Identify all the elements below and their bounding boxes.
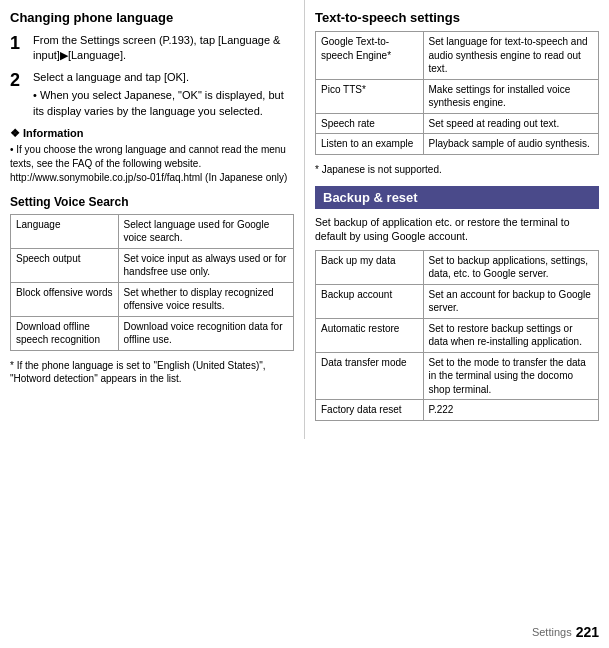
table-cell-value: Set to restore backup settings or data w… — [423, 318, 598, 352]
step-1-number: 1 — [10, 33, 28, 64]
table-cell-key: Factory data reset — [316, 400, 424, 421]
table-cell-key: Block offensive words — [11, 282, 119, 316]
step-1: 1 From the Settings screen (P.193), tap … — [10, 33, 294, 64]
backup-header: Backup & reset — [315, 186, 599, 209]
info-title: Information — [10, 127, 294, 140]
table-cell-key: Listen to an example — [316, 134, 424, 155]
table-row: Listen to an examplePlayback sample of a… — [316, 134, 599, 155]
table-row: Speech rateSet speed at reading out text… — [316, 113, 599, 134]
table-cell-value: Set whether to display recognized offens… — [118, 282, 293, 316]
right-column: Text-to-speech settings Google Text-to-s… — [305, 0, 609, 439]
footer-number: 221 — [576, 624, 599, 640]
table-cell-value: Set language for text-to-speech and audi… — [423, 32, 598, 80]
table-row: Back up my dataSet to backup application… — [316, 250, 599, 284]
table-row: Data transfer modeSet to the mode to tra… — [316, 352, 599, 400]
table-cell-value: Set an account for backup to Google serv… — [423, 284, 598, 318]
table-cell-value: P.222 — [423, 400, 598, 421]
step-1-text: From the Settings screen (P.193), tap [L… — [33, 33, 294, 64]
table-cell-key: Speech output — [11, 248, 119, 282]
step-2-text: Select a language and tap [OK]. — [33, 70, 294, 85]
table-cell-value: Set to backup applications, settings, da… — [423, 250, 598, 284]
table-cell-key: Google Text-to-speech Engine* — [316, 32, 424, 80]
table-row: Pico TTS*Make settings for installed voi… — [316, 79, 599, 113]
table-row: Speech outputSet voice input as always u… — [11, 248, 294, 282]
table-row: Download offline speech recognitionDownl… — [11, 316, 294, 350]
table-cell-key: Data transfer mode — [316, 352, 424, 400]
table-row: Automatic restoreSet to restore backup s… — [316, 318, 599, 352]
voice-search-table: LanguageSelect language used for Google … — [10, 214, 294, 351]
table-row: Block offensive wordsSet whether to disp… — [11, 282, 294, 316]
tts-title: Text-to-speech settings — [315, 10, 599, 25]
footer-label: Settings — [532, 626, 572, 638]
table-cell-value: Download voice recognition data for offl… — [118, 316, 293, 350]
table-row: Backup accountSet an account for backup … — [316, 284, 599, 318]
table-cell-value: Set speed at reading out text. — [423, 113, 598, 134]
backup-table: Back up my dataSet to backup application… — [315, 250, 599, 421]
backup-title: Backup & reset — [323, 190, 591, 205]
changing-language-title: Changing phone language — [10, 10, 294, 25]
table-cell-key: Automatic restore — [316, 318, 424, 352]
table-row: Google Text-to-speech Engine*Set languag… — [316, 32, 599, 80]
table-row: Factory data resetP.222 — [316, 400, 599, 421]
table-cell-value: Select language used for Google voice se… — [118, 214, 293, 248]
table-cell-value: Set voice input as always used or for ha… — [118, 248, 293, 282]
info-text: • If you choose the wrong language and c… — [10, 143, 294, 185]
information-box: Information • If you choose the wrong la… — [10, 127, 294, 185]
voice-footnote: * If the phone language is set to "Engli… — [10, 359, 294, 385]
table-cell-key: Language — [11, 214, 119, 248]
page-footer: Settings 221 — [532, 624, 599, 640]
tts-footnote: * Japanese is not supported. — [315, 163, 599, 176]
table-cell-key: Backup account — [316, 284, 424, 318]
table-cell-value: Make settings for installed voice synthe… — [423, 79, 598, 113]
table-cell-key: Back up my data — [316, 250, 424, 284]
table-cell-value: Set to the mode to transfer the data in … — [423, 352, 598, 400]
step-2-number: 2 — [10, 70, 28, 119]
table-cell-key: Pico TTS* — [316, 79, 424, 113]
left-column: Changing phone language 1 From the Setti… — [0, 0, 305, 439]
step-2-sub: • When you select Japanese, "OK" is disp… — [33, 88, 294, 119]
table-cell-key: Speech rate — [316, 113, 424, 134]
backup-desc: Set backup of application etc. or restor… — [315, 215, 599, 244]
table-row: LanguageSelect language used for Google … — [11, 214, 294, 248]
step-2: 2 Select a language and tap [OK]. • When… — [10, 70, 294, 119]
table-cell-key: Download offline speech recognition — [11, 316, 119, 350]
voice-search-title: Setting Voice Search — [10, 195, 294, 209]
table-cell-value: Playback sample of audio synthesis. — [423, 134, 598, 155]
tts-table: Google Text-to-speech Engine*Set languag… — [315, 31, 599, 155]
